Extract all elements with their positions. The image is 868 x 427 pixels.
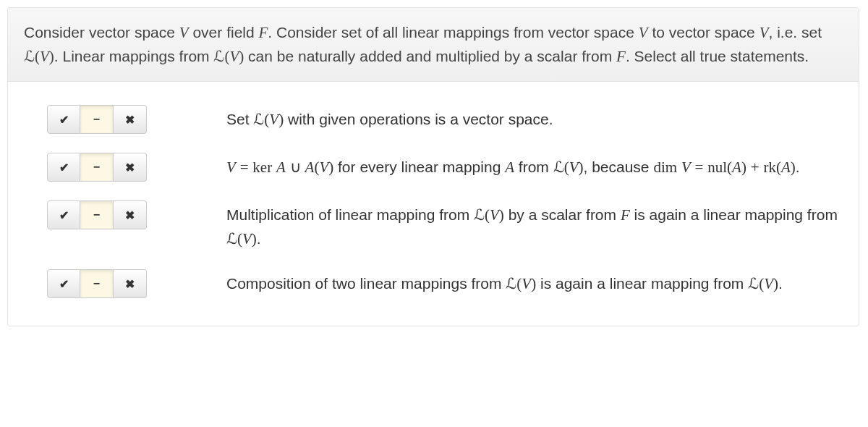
neutral-button[interactable]: − — [80, 105, 114, 134]
quiz-card: Consider vector space V over field F. Co… — [7, 7, 859, 326]
neutral-button[interactable]: − — [80, 269, 114, 298]
no-button[interactable]: ✖ — [114, 105, 147, 134]
answer-row: ✔ − ✖ Multiplication of linear mapping f… — [24, 200, 843, 250]
no-button[interactable]: ✖ — [114, 153, 147, 182]
tri-state-toggle: ✔ − ✖ — [47, 200, 147, 229]
yes-button[interactable]: ✔ — [47, 105, 80, 134]
tri-state-toggle: ✔ − ✖ — [47, 105, 147, 134]
question-text: Consider vector space V over field F. Co… — [8, 8, 859, 82]
answer-text: V = ker A ∪ A(V) for every linear mappin… — [226, 153, 843, 179]
answer-list: ✔ − ✖ Set ℒ(V) with given operations is … — [8, 82, 859, 326]
answer-text: Set ℒ(V) with given operations is a vect… — [226, 105, 843, 132]
answer-text: Multiplication of linear mapping from ℒ(… — [226, 200, 843, 250]
answer-row: ✔ − ✖ Set ℒ(V) with given operations is … — [24, 105, 843, 134]
tri-state-toggle: ✔ − ✖ — [47, 153, 147, 182]
neutral-button[interactable]: − — [80, 153, 114, 182]
answer-row: ✔ − ✖ Composition of two linear mappings… — [24, 269, 843, 298]
tri-state-toggle: ✔ − ✖ — [47, 269, 147, 298]
neutral-button[interactable]: − — [80, 200, 114, 229]
no-button[interactable]: ✖ — [114, 269, 147, 298]
yes-button[interactable]: ✔ — [47, 269, 80, 298]
yes-button[interactable]: ✔ — [47, 153, 80, 182]
yes-button[interactable]: ✔ — [47, 200, 80, 229]
answer-row: ✔ − ✖ V = ker A ∪ A(V) for every linear … — [24, 153, 843, 182]
no-button[interactable]: ✖ — [114, 200, 147, 229]
answer-text: Composition of two linear mappings from … — [226, 269, 843, 296]
